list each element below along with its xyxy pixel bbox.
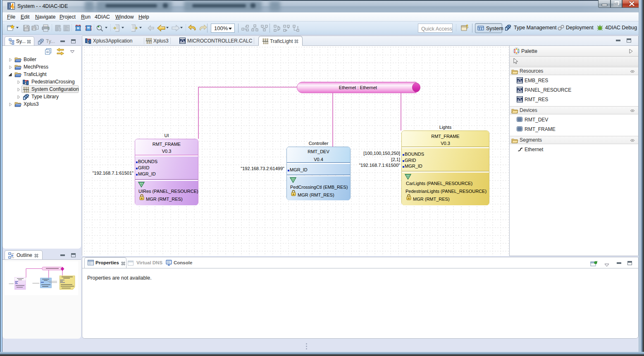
svg-text:Ethernet : Ethernet: Ethernet : Ethernet <box>339 85 377 90</box>
